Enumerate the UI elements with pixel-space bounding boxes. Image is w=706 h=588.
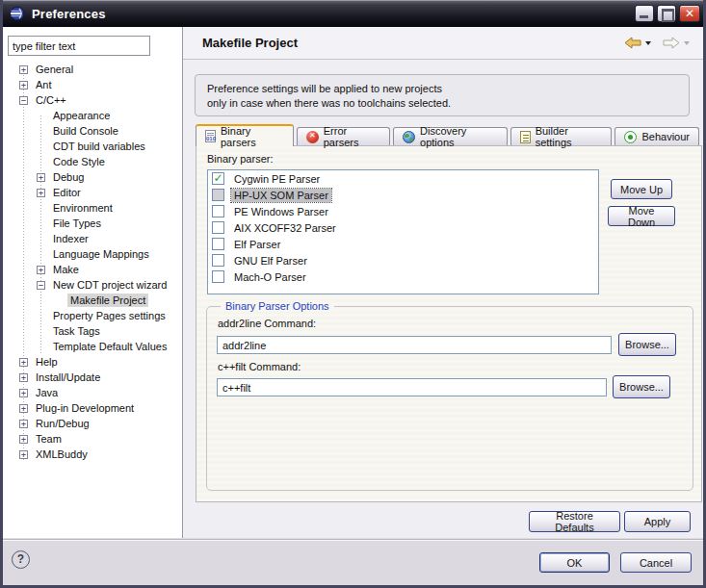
tree-item-new-cdt-project-wizard[interactable]: −New CDT project wizard xyxy=(3,277,181,293)
expand-toggle-icon[interactable]: + xyxy=(37,173,45,182)
page-title: Makefile Project xyxy=(202,36,624,50)
settings-tabstrip: Binary parsers Error parsers Discovery o… xyxy=(196,124,699,145)
tab-discovery-options[interactable]: Discovery options xyxy=(393,127,508,145)
back-arrow-icon[interactable] xyxy=(624,37,641,49)
tree-item-make[interactable]: +Make xyxy=(3,262,181,277)
behaviour-icon xyxy=(624,131,637,143)
parser-item-elf-parser[interactable]: Elf Parser xyxy=(208,236,598,252)
expand-toggle-icon[interactable]: + xyxy=(19,358,28,367)
expand-toggle-icon[interactable]: + xyxy=(19,450,28,459)
tree-item-label: Indexer xyxy=(50,232,92,245)
tree-item-template-default-values[interactable]: Template Default Values xyxy=(3,339,181,354)
expand-toggle-icon[interactable]: + xyxy=(19,435,28,444)
tree-item-label: Build Console xyxy=(50,124,121,138)
maximize-button[interactable] xyxy=(657,5,676,22)
preferences-dialog: Preferences +General+Ant−C/C++Appearance… xyxy=(0,0,706,588)
cppfilt-input[interactable] xyxy=(217,378,607,396)
unchecked-checkbox[interactable] xyxy=(212,270,224,283)
tree-item-language-mappings[interactable]: Language Mappings xyxy=(3,246,181,262)
collapse-toggle-icon[interactable]: − xyxy=(19,96,28,105)
eclipse-logo-icon xyxy=(10,6,25,21)
unchecked-checkbox[interactable] xyxy=(212,238,224,250)
parser-item-aix-xcoff32-parser[interactable]: AIX XCOFF32 Parser xyxy=(208,219,598,236)
tree-item-label: New CDT project wizard xyxy=(50,278,170,292)
ok-button[interactable]: OK xyxy=(539,552,610,573)
page-header: Makefile Project xyxy=(183,27,703,60)
tree-item-label: Run/Debug xyxy=(33,417,92,430)
apply-button[interactable]: Apply xyxy=(624,511,691,532)
binary-parser-list[interactable]: ✓Cygwin PE ParserHP-UX SOM ParserPE Wind… xyxy=(207,169,599,294)
info-note-line2: only in case when there was no toolchain… xyxy=(207,96,689,111)
unchecked-checkbox[interactable] xyxy=(212,205,224,217)
preferences-content: Makefile Project Preference settings wil… xyxy=(183,27,703,538)
forward-history-caret-icon[interactable] xyxy=(684,41,690,45)
unchecked-checkbox[interactable] xyxy=(212,189,224,201)
parser-item-gnu-elf-parser[interactable]: GNU Elf Parser xyxy=(208,252,598,268)
close-button[interactable] xyxy=(679,5,700,22)
tab-error-parsers[interactable]: Error parsers xyxy=(297,127,390,145)
tree-item-editor[interactable]: +Editor xyxy=(3,185,181,200)
parser-item-hp-ux-som-parser[interactable]: HP-UX SOM Parser xyxy=(208,187,598,203)
expand-toggle-icon[interactable]: + xyxy=(19,404,28,413)
forward-arrow-icon[interactable] xyxy=(663,37,680,49)
tree-item-ant[interactable]: +Ant xyxy=(3,77,181,92)
parser-item-mach-o-parser[interactable]: Mach-O Parser xyxy=(208,268,598,285)
tab-binary-parsers[interactable]: Binary parsers xyxy=(196,124,294,146)
tree-item-debug[interactable]: +Debug xyxy=(3,169,181,185)
tree-item-label: Make xyxy=(50,263,82,276)
cancel-button[interactable]: Cancel xyxy=(620,552,692,573)
tree-item-help[interactable]: +Help xyxy=(3,354,181,370)
window-titlebar[interactable]: Preferences xyxy=(0,0,706,27)
tree-item-run-debug[interactable]: +Run/Debug xyxy=(3,416,181,431)
tree-item-task-tags[interactable]: Task Tags xyxy=(3,323,181,339)
parser-item-cygwin-pe-parser[interactable]: ✓Cygwin PE Parser xyxy=(208,170,598,187)
expand-toggle-icon[interactable]: + xyxy=(19,81,28,89)
unchecked-checkbox[interactable] xyxy=(212,221,224,234)
tree-item-c-c[interactable]: −C/C++ xyxy=(3,92,181,108)
cppfilt-browse-button[interactable]: Browse... xyxy=(613,375,670,398)
help-icon[interactable]: ? xyxy=(12,550,30,569)
addr2line-input[interactable] xyxy=(217,336,612,354)
expand-toggle-icon[interactable]: + xyxy=(19,389,28,397)
tab-behaviour[interactable]: Behaviour xyxy=(614,127,699,145)
binary-parser-label: Binary parser: xyxy=(207,153,273,165)
expand-toggle-icon[interactable]: + xyxy=(19,420,28,428)
restore-defaults-button[interactable]: Restore Defaults xyxy=(529,511,620,532)
addr2line-browse-button[interactable]: Browse... xyxy=(618,333,676,356)
preferences-tree: +General+Ant−C/C++AppearanceBuild Consol… xyxy=(3,62,181,538)
tree-item-appearance[interactable]: Appearance xyxy=(3,108,181,123)
collapse-toggle-icon[interactable]: − xyxy=(37,281,45,290)
tree-item-plug-in-development[interactable]: +Plug-in Development xyxy=(3,400,181,416)
tab-label: Binary parsers xyxy=(221,125,284,148)
tree-item-label: Help xyxy=(33,355,61,369)
checked-checkbox[interactable]: ✓ xyxy=(212,172,224,185)
tree-item-code-style[interactable]: Code Style xyxy=(3,154,181,169)
expand-toggle-icon[interactable]: + xyxy=(37,266,45,274)
move-up-button[interactable]: Move Up xyxy=(611,179,672,199)
parser-item-pe-windows-parser[interactable]: PE Windows Parser xyxy=(208,203,598,219)
tree-item-install-update[interactable]: +Install/Update xyxy=(3,370,181,385)
back-history-caret-icon[interactable] xyxy=(645,41,651,45)
move-down-button[interactable]: Move Down xyxy=(608,206,675,226)
tree-item-team[interactable]: +Team xyxy=(3,431,181,447)
globe-icon xyxy=(403,131,415,143)
tab-builder-settings[interactable]: Builder settings xyxy=(510,127,613,145)
minimize-button[interactable] xyxy=(635,5,654,22)
window-title: Preferences xyxy=(32,7,632,21)
unchecked-checkbox[interactable] xyxy=(212,254,224,267)
tree-item-cdt-build-variables[interactable]: CDT build variables xyxy=(3,139,181,154)
tree-item-environment[interactable]: Environment xyxy=(3,200,181,216)
tree-item-indexer[interactable]: Indexer xyxy=(3,231,181,246)
expand-toggle-icon[interactable]: + xyxy=(37,189,45,197)
tree-item-property-pages-settings[interactable]: Property Pages settings xyxy=(3,308,181,323)
tree-item-build-console[interactable]: Build Console xyxy=(3,123,181,139)
tree-item-file-types[interactable]: File Types xyxy=(3,216,181,231)
filter-input[interactable] xyxy=(8,36,150,56)
expand-toggle-icon[interactable]: + xyxy=(19,373,28,382)
tree-item-general[interactable]: +General xyxy=(3,62,181,77)
tree-item-label: Editor xyxy=(50,186,84,199)
tree-item-xmlbuddy[interactable]: +XMLBuddy xyxy=(3,447,181,462)
expand-toggle-icon[interactable]: + xyxy=(19,65,28,74)
tree-item-java[interactable]: +Java xyxy=(3,385,181,400)
tree-item-makefile-project[interactable]: Makefile Project xyxy=(3,293,181,308)
